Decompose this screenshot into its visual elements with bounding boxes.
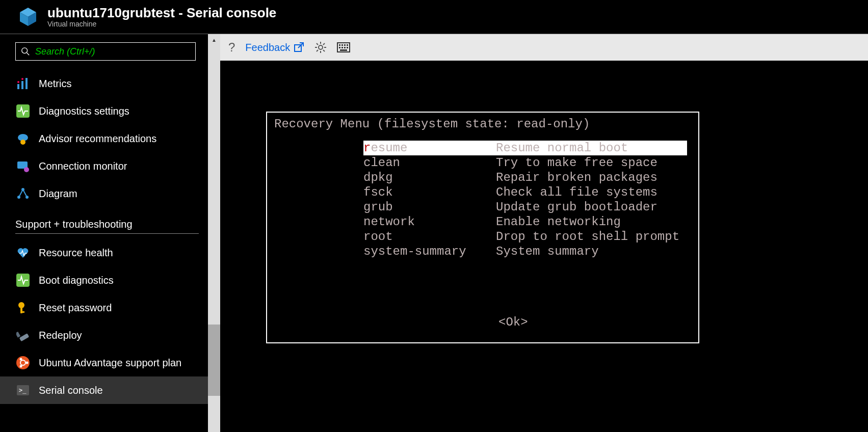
resource-health-icon [15,245,31,260]
sidebar-item-redeploy[interactable]: Redeploy [15,321,209,349]
diagram-icon [15,186,31,201]
sidebar-item-label: Ubuntu Advantage support plan [39,357,181,369]
sidebar-item-label: Redeploy [39,330,82,341]
sidebar-item-label: Serial console [39,385,103,396]
svg-line-19 [19,190,23,197]
scrollbar-thumb[interactable] [208,325,220,396]
search-input[interactable]: Search (Ctrl+/) [15,42,196,61]
menu-item-resume[interactable]: resumeResume normal boot [363,141,687,155]
sidebar-item-label: Metrics [39,78,71,90]
sidebar-item-label: Reset password [39,302,112,314]
svg-point-29 [26,362,29,364]
feedback-button[interactable]: Feedback [245,42,304,53]
menu-item-system-summary[interactable]: system-summarySystem summary [363,244,687,259]
sidebar-scrollbar[interactable]: ▲ [208,34,220,432]
sidebar-item-ubuntu-advantage[interactable]: Ubuntu Advantage support plan [15,349,209,376]
svg-line-4 [27,53,30,56]
header: ubuntu1710grubtest - Serial console Virt… [0,0,868,34]
sidebar-item-reset-password[interactable]: Reset password [15,294,209,321]
menu-item-network[interactable]: networkEnable networking [363,214,687,229]
svg-point-8 [17,81,19,83]
serial-console-output[interactable]: Recovery Menu (filesystem state: read-on… [220,61,868,432]
page-title: ubuntu1710grubtest - Serial console [47,6,276,20]
sidebar-item-label: Diagram [39,188,77,200]
svg-rect-49 [347,44,348,46]
external-link-icon [293,42,304,53]
svg-point-30 [20,358,22,361]
sidebar-item-label: Advisor recommendations [39,133,156,145]
svg-line-42 [323,50,325,51]
sidebar-item-diagnostics[interactable]: Diagnostics settings [15,97,209,125]
recovery-menu-box: Recovery Menu (filesystem state: read-on… [266,112,699,343]
keyboard-icon [337,42,350,52]
svg-rect-26 [16,332,20,338]
menu-cmd: esume [371,141,407,155]
menu-desc: Repair broken packages [496,170,657,185]
sidebar-item-label: Boot diagnostics [39,275,114,286]
menu-desc: Try to make free space [496,155,657,170]
sidebar-item-resource-health[interactable]: Resource health [15,239,209,266]
menu-cmd: root [363,229,496,244]
redeploy-icon [15,328,31,343]
serial-console-icon: >_ [15,383,31,398]
sidebar-item-label: Connection monitor [39,160,127,172]
scrollbar-up-arrow-icon[interactable]: ▲ [208,34,220,45]
sidebar-item-advisor[interactable]: Advisor recommendations [15,125,209,152]
menu-cmd: grub [363,200,496,214]
search-placeholder: Search (Ctrl+/) [35,46,95,57]
menu-item-root[interactable]: rootDrop to root shell prompt [363,229,687,244]
svg-rect-47 [341,44,343,46]
page-subtitle: Virtual machine [47,20,276,28]
menu-item-fsck[interactable]: fsckCheck all file systems [363,185,687,200]
svg-rect-25 [19,333,30,341]
menu-desc: System summary [496,244,599,259]
vm-cube-icon [18,7,38,27]
sidebar-item-diagram[interactable]: Diagram [15,180,209,207]
menu-cmd: dpkg [363,170,496,185]
svg-line-44 [323,43,325,45]
section-divider [15,233,199,234]
help-button[interactable]: ? [228,40,235,55]
svg-rect-7 [25,78,28,89]
boot-diagnostics-icon [15,273,31,288]
diagnostics-icon [15,103,31,119]
menu-item-grub[interactable]: grubUpdate grub bootloader [363,200,687,214]
section-header: Support + troubleshooting [15,219,220,230]
menu-item-dpkg[interactable]: dpkgRepair broken packages [363,170,687,185]
sidebar-item-label: Diagnostics settings [39,105,129,117]
recovery-menu-title: Recovery Menu (filesystem state: read-on… [274,117,691,131]
keyboard-button[interactable] [337,42,350,52]
menu-item-clean[interactable]: cleanTry to make free space [363,155,687,170]
sidebar-item-connection-monitor[interactable]: Connection monitor [15,152,209,180]
svg-point-13 [20,140,25,145]
menu-desc: Resume normal boot [496,141,628,155]
toolbar: ? Feedback [220,34,868,61]
svg-rect-48 [344,44,346,46]
svg-rect-46 [339,44,340,46]
svg-line-41 [317,43,318,45]
sidebar-item-boot-diagnostics[interactable]: Boot diagnostics [15,266,209,294]
gear-icon [314,41,327,53]
svg-line-20 [23,190,27,197]
sidebar-item-serial-console[interactable]: >_ Serial console [0,376,209,404]
menu-cmd: fsck [363,185,496,200]
advisor-icon [15,131,31,146]
sidebar-item-metrics[interactable]: Metrics [15,70,209,97]
menu-desc: Drop to root shell prompt [496,229,679,244]
svg-rect-50 [339,47,340,48]
reset-password-icon [15,300,31,315]
menu-cmd: network [363,214,496,229]
svg-point-15 [24,167,29,172]
svg-rect-52 [344,47,346,48]
sidebar-item-label: Resource health [39,247,113,259]
svg-point-3 [22,48,28,53]
svg-rect-5 [17,84,19,89]
settings-button[interactable] [314,41,327,53]
connection-monitor-icon [15,158,31,174]
ok-button[interactable]: <Ok> [498,315,691,330]
svg-rect-51 [341,47,343,48]
menu-hotkey: r [363,141,371,155]
svg-rect-24 [20,311,24,313]
svg-point-9 [21,78,23,80]
search-icon [21,47,30,56]
